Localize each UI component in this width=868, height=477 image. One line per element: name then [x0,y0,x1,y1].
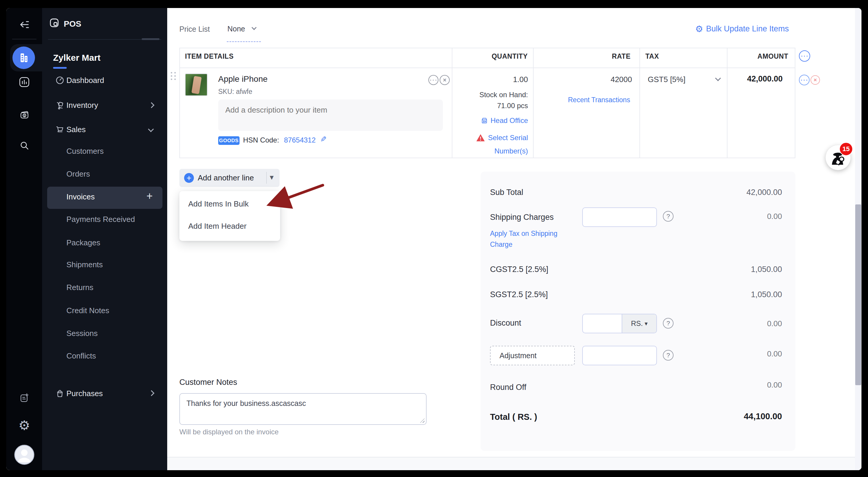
sidebar-item-credit-notes[interactable]: Credit Notes [66,306,110,315]
scrollbar-thumb[interactable] [855,204,861,385]
table-border-top [179,48,795,48]
gear-icon: ⚙ [19,419,30,432]
item-sku: SKU: afwfe [218,88,252,96]
sidebar-item-packages[interactable]: Packages [66,238,100,247]
footer-strip [167,457,862,470]
shopping-bag-icon [56,389,64,398]
org-name-underline [53,67,67,69]
sidebar-item-invoices[interactable]: Invoices [66,192,95,201]
stock-on-hand-value: 71.00 pcs [497,102,528,110]
tax-select[interactable]: GST5 [5%] [648,75,685,84]
help-icon[interactable] [663,318,674,328]
reports-nav-button[interactable] [19,76,30,88]
price-list-dashed-underline [227,41,261,42]
bulk-update-label: Bulk Update Line Items [706,24,789,33]
svg-text:$: $ [24,114,26,117]
collapse-sidebar-icon[interactable] [18,18,31,31]
sub-total-value: 42,000.00 [746,188,782,197]
select-serial-link-line2[interactable]: Number(s) [494,147,528,155]
sidebar-item-shipments[interactable]: Shipments [66,260,103,269]
invoice-editor-main: Price List None Bulk Update Line Items I… [167,8,862,470]
price-list-select[interactable]: None [227,25,245,33]
round-off-value: 0.00 [767,380,782,390]
discount-input[interactable] [583,314,622,333]
org-name: Zylker Mart [53,53,100,63]
edit-hsn-pencil-icon[interactable] [320,135,327,144]
add-note-button[interactable] [19,392,30,404]
shipping-label: Shipping Charges [490,213,554,222]
shipping-value: 0.00 [767,212,782,221]
chevron-down-icon [148,126,154,132]
sidebar: POS Zylker Mart Dashboard Inventory Sale… [42,8,167,470]
item-more-ellipsis-icon[interactable] [428,75,438,85]
scrollbar-track[interactable] [855,8,862,470]
warehouse-link[interactable]: Head Office [480,117,528,125]
select-serial-link[interactable]: Select Serial [476,134,528,142]
adjustment-field[interactable]: Adjustment [490,346,575,365]
col-header-quantity: QUANTITY [492,53,528,60]
customer-notes-input[interactable]: Thanks for your business.ascascasc [186,399,418,417]
sidebar-item-returns[interactable]: Returns [66,283,93,292]
sgst-label: SGST2.5 [2.5%] [490,290,548,299]
hsn-value-link[interactable]: 87654312 [284,136,316,144]
sidebar-item-orders[interactable]: Orders [66,169,90,179]
row-more-ellipsis-icon[interactable] [799,75,810,85]
help-icon[interactable] [663,350,674,360]
rate-value[interactable]: 42000 [611,75,632,84]
chevron-right-icon [149,390,154,396]
sub-total-label: Sub Total [490,188,523,197]
stock-on-hand-label: Stock on Hand: [479,91,528,99]
help-icon[interactable] [663,211,674,222]
customer-notes-helper: Will be displayed on the invoice [179,428,279,436]
item-remove-icon[interactable] [440,75,450,85]
cart-icon [56,125,64,134]
price-list-label: Price List [179,25,210,33]
amount-value: 42,000.00 [747,74,783,84]
row-drag-handle[interactable] [171,72,172,73]
gear-icon [695,25,703,33]
user-avatar[interactable] [14,445,34,465]
bulk-update-line-items-button[interactable]: Bulk Update Line Items [695,24,789,33]
apply-tax-shipping-link-line2[interactable]: Charge [490,241,512,249]
row-delete-icon[interactable] [810,75,820,85]
menu-item-add-items-in-bulk[interactable]: Add Items In Bulk [188,199,249,209]
warning-icon [476,134,485,142]
adjustment-input[interactable] [582,346,657,365]
item-description-box[interactable] [218,100,443,131]
chevron-down-icon [252,25,257,30]
resize-handle[interactable] [420,418,425,423]
sidebar-item-conflicts[interactable]: Conflicts [66,351,96,360]
shipping-charges-input[interactable] [582,208,657,227]
cgst-value: 1,050.00 [751,265,782,274]
chevron-right-icon [149,102,154,108]
col-header-amount: AMOUNT [757,53,788,60]
cgst-label: CGST2.5 [2.5%] [490,265,549,274]
inventory-icon [56,101,64,109]
menu-item-add-item-header[interactable]: Add Item Header [188,222,247,231]
sidebar-item-payments-received[interactable]: Payments Received [66,215,135,224]
round-off-label: Round Off [490,383,526,392]
table-settings-ellipsis-icon[interactable] [799,51,810,62]
apply-tax-shipping-link[interactable]: Apply Tax on Shipping [490,230,557,237]
quantity-value[interactable]: 1.00 [513,75,528,84]
payments-nav-button[interactable]: $ [19,109,30,120]
item-name[interactable]: Apple iPhone [218,74,268,84]
item-description-input[interactable] [225,105,438,126]
sidebar-item-customers[interactable]: Customers [66,147,104,156]
money-notes-icon: $ [19,109,30,120]
col-header-item-details: ITEM DETAILS [185,53,234,60]
new-invoice-plus-icon[interactable]: + [147,190,153,202]
search-button[interactable] [19,140,30,151]
settings-button[interactable]: ⚙ [19,420,30,431]
sidebar-item-sessions[interactable]: Sessions [66,329,98,338]
pos-app-icon [49,18,60,28]
total-value: 44,100.00 [744,412,782,421]
rail-divider [12,39,36,39]
organization-button[interactable] [12,46,35,69]
discount-value: 0.00 [767,319,782,328]
sidebar-resize-handle[interactable] [142,38,159,40]
recent-transactions-link[interactable]: Recent Transactions [568,96,630,104]
adjustment-label: Adjustment [499,351,536,360]
notification-badge: 15 [839,142,853,156]
discount-unit-select[interactable]: RS. [622,314,656,333]
